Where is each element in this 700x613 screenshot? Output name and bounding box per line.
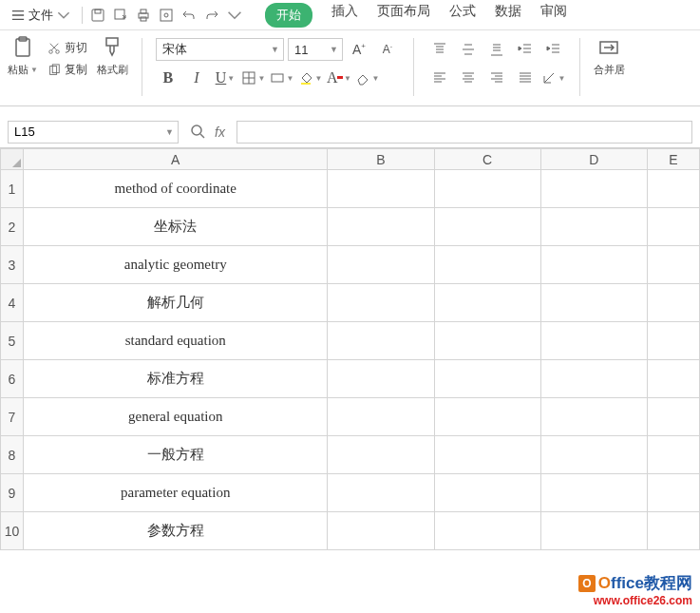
name-box[interactable]: L15▼ [8, 121, 179, 144]
col-header-e[interactable]: E [647, 149, 699, 170]
undo-button[interactable] [180, 6, 199, 25]
justify-button[interactable] [513, 67, 538, 89]
zoom-icon[interactable] [190, 124, 207, 141]
cell[interactable] [434, 512, 540, 550]
tab-insert[interactable]: 插入 [331, 3, 358, 28]
cell-a4[interactable]: 解析几何 [24, 284, 328, 322]
cell[interactable] [328, 208, 434, 246]
cell[interactable] [540, 436, 647, 474]
cell[interactable] [328, 512, 434, 550]
format-painter-button[interactable]: 格式刷 [97, 34, 128, 105]
row-header[interactable]: 10 [1, 512, 24, 550]
align-right-button[interactable] [484, 67, 509, 89]
borders-button[interactable]: ▼ [241, 67, 266, 89]
decrease-indent-button[interactable] [513, 38, 538, 61]
cell-a9[interactable]: parameter equation [24, 474, 328, 512]
clear-format-button[interactable]: ▼ [355, 67, 380, 89]
cell[interactable] [647, 322, 699, 360]
cell[interactable] [647, 284, 699, 322]
cell[interactable] [540, 322, 647, 360]
underline-button[interactable]: U▼ [213, 67, 237, 89]
row-header[interactable]: 2 [1, 208, 24, 246]
cell-a8[interactable]: 一般方程 [24, 436, 328, 474]
font-size-select[interactable]: 11▼ [288, 38, 343, 61]
bold-button[interactable]: B [156, 67, 180, 89]
cell-a2[interactable]: 坐标法 [24, 208, 328, 246]
menu-hamburger[interactable]: 文件 [6, 4, 76, 27]
cell[interactable] [434, 322, 540, 360]
decrease-font-button[interactable]: A- [375, 38, 400, 61]
cell[interactable] [540, 360, 647, 398]
cell[interactable] [540, 398, 647, 436]
cell[interactable] [434, 284, 540, 322]
tab-formulas[interactable]: 公式 [449, 3, 476, 28]
cell[interactable] [647, 398, 699, 436]
cell[interactable] [647, 170, 699, 208]
row-header[interactable]: 7 [1, 398, 24, 436]
tab-review[interactable]: 审阅 [540, 3, 567, 28]
row-header[interactable]: 4 [1, 284, 24, 322]
cell[interactable] [328, 360, 434, 398]
more-dropdown[interactable] [225, 6, 244, 25]
tab-start[interactable]: 开始 [265, 3, 312, 28]
col-header-a[interactable]: A [24, 149, 328, 170]
font-name-select[interactable]: 宋体▼ [156, 38, 284, 61]
cell[interactable] [647, 246, 699, 284]
orientation-button[interactable]: ▼ [541, 67, 566, 89]
cell[interactable] [434, 436, 540, 474]
cell-a5[interactable]: standard equation [24, 322, 328, 360]
cell[interactable] [434, 208, 540, 246]
cell[interactable] [540, 284, 647, 322]
cell[interactable] [328, 436, 434, 474]
cell[interactable] [647, 360, 699, 398]
cell[interactable] [647, 512, 699, 550]
merge-group[interactable]: 合并居 [594, 34, 625, 105]
increase-indent-button[interactable] [541, 38, 566, 61]
row-header[interactable]: 6 [1, 360, 24, 398]
cell[interactable] [434, 360, 540, 398]
cell[interactable] [540, 512, 647, 550]
align-left-button[interactable] [427, 67, 452, 89]
cell-a1[interactable]: method of coordinate [24, 170, 328, 208]
cell[interactable] [328, 284, 434, 322]
align-top-button[interactable] [427, 38, 452, 61]
align-bottom-button[interactable] [484, 38, 509, 61]
cell-a3[interactable]: analytic geometry [24, 246, 328, 284]
cell-a6[interactable]: 标准方程 [24, 360, 328, 398]
italic-button[interactable]: I [184, 67, 209, 89]
align-middle-button[interactable] [456, 38, 481, 61]
cell[interactable] [328, 246, 434, 284]
preview-button[interactable] [157, 6, 176, 25]
paste-group[interactable]: 粘贴▼ [8, 34, 38, 105]
row-header[interactable]: 8 [1, 436, 24, 474]
cell[interactable] [328, 474, 434, 512]
tab-layout[interactable]: 页面布局 [377, 3, 430, 28]
col-header-d[interactable]: D [540, 149, 647, 170]
cell-a7[interactable]: general equation [24, 398, 328, 436]
cell[interactable] [540, 170, 647, 208]
cell[interactable] [540, 474, 647, 512]
cell[interactable] [434, 398, 540, 436]
cell[interactable] [328, 398, 434, 436]
row-header[interactable]: 9 [1, 474, 24, 512]
cell-a10[interactable]: 参数方程 [24, 512, 328, 550]
tab-data[interactable]: 数据 [495, 3, 521, 28]
cut-button[interactable]: 剪切 [47, 40, 87, 56]
cell[interactable] [328, 322, 434, 360]
copy-button[interactable]: 复制 [47, 62, 87, 78]
cell[interactable] [540, 208, 647, 246]
col-header-c[interactable]: C [434, 149, 540, 170]
align-center-button[interactable] [456, 67, 481, 89]
col-header-b[interactable]: B [328, 149, 434, 170]
cell[interactable] [328, 170, 434, 208]
cell[interactable] [647, 208, 699, 246]
print-button[interactable] [134, 6, 153, 25]
save-as-button[interactable] [111, 6, 130, 25]
cell-style-button[interactable]: ▼ [270, 67, 294, 89]
save-button[interactable] [88, 6, 107, 25]
fill-color-button[interactable]: ▼ [298, 67, 323, 89]
font-color-button[interactable]: A▼ [327, 67, 351, 89]
select-all-corner[interactable] [1, 149, 24, 170]
row-header[interactable]: 5 [1, 322, 24, 360]
fx-icon[interactable]: fx [215, 125, 225, 140]
